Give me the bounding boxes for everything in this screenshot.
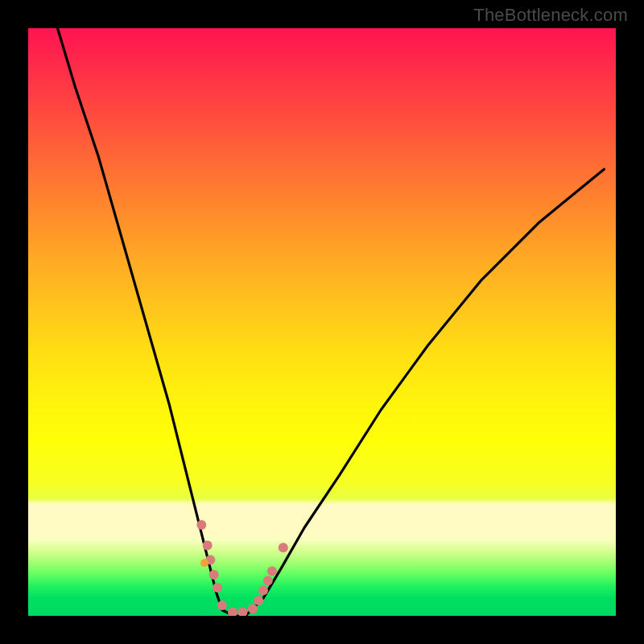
marker-left-cluster-2 (203, 540, 213, 550)
marker-right-outlier (279, 543, 288, 552)
marker-right-cluster-2 (258, 586, 268, 596)
marker-left-cluster-5 (213, 583, 222, 592)
marker-bottom-3 (237, 608, 247, 616)
marker-left-cluster-1 (196, 520, 206, 530)
marker-right-cluster-4 (267, 567, 277, 576)
marker-bottom-2 (228, 608, 237, 616)
marker-bottom-4 (248, 604, 258, 613)
chart-svg (28, 28, 616, 616)
watermark-text: TheBottleneck.com (473, 5, 628, 26)
marker-left-cluster-3b (200, 559, 208, 567)
marker-right-cluster-3 (263, 576, 273, 585)
marker-right-cluster-1 (254, 596, 263, 605)
chart-frame: TheBottleneck.com (0, 0, 644, 644)
curve-line (58, 28, 605, 616)
bottleneck-curve-path (58, 28, 605, 616)
marker-left-cluster-4 (209, 570, 219, 580)
plot-area (28, 28, 616, 616)
marker-bottom-1 (217, 601, 227, 610)
